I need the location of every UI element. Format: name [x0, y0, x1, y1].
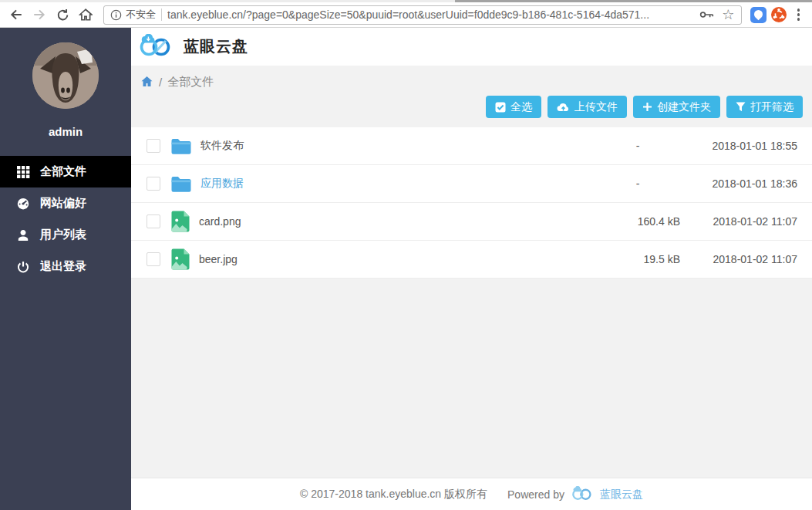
file-size: -: [595, 140, 680, 152]
file-size: 19.5 kB: [595, 253, 680, 265]
power-icon: [16, 260, 30, 274]
ubuntu-extension-icon[interactable]: [770, 6, 788, 24]
table-row: 软件发布 - 2018-01-01 18:55: [131, 127, 812, 165]
file-name[interactable]: card.png: [199, 215, 595, 228]
sidebar-item-label: 全部文件: [40, 164, 86, 179]
image-file-icon: [171, 248, 190, 270]
file-size: -: [595, 177, 680, 190]
table-row: beer.jpg 19.5 kB 2018-01-02 11:07: [131, 241, 812, 279]
grid-icon: [16, 165, 30, 179]
folder-icon: [171, 138, 191, 154]
main-area: 蓝眼云盘 / 全部文件 全选 上传文件: [131, 28, 812, 510]
file-size: 160.4 kB: [595, 215, 680, 228]
copyright-text: © 2017-2018 tank.eyeblue.cn 版权所有: [300, 488, 487, 502]
key-icon[interactable]: [699, 9, 715, 20]
file-date: 2018-01-02 11:07: [680, 253, 797, 265]
footer-brand-link[interactable]: 蓝眼云盘: [600, 488, 643, 502]
content-spacer: [131, 279, 812, 478]
row-checkbox[interactable]: [147, 252, 160, 266]
powered-by-text: Powered by: [507, 488, 564, 501]
plus-icon: [642, 102, 652, 112]
table-row: 应用数据 - 2018-01-01 18:36: [131, 165, 812, 203]
row-checkbox[interactable]: [147, 139, 160, 153]
username: admin: [0, 125, 131, 138]
folder-icon: [171, 176, 191, 192]
sidebar-item-all-files[interactable]: 全部文件: [0, 156, 131, 187]
breadcrumb-separator: /: [159, 76, 162, 89]
refresh-icon[interactable]: [52, 5, 72, 25]
sidebar-item-user-list[interactable]: 用户列表: [0, 219, 131, 251]
image-file-icon: [171, 211, 190, 232]
gauge-icon: [16, 197, 30, 211]
create-folder-button[interactable]: 创建文件夹: [633, 96, 720, 118]
footer: © 2017-2018 tank.eyeblue.cn 版权所有 Powered…: [131, 478, 812, 510]
cloud-upload-icon: [557, 102, 570, 112]
row-checkbox[interactable]: [147, 177, 160, 191]
blue-extension-icon[interactable]: [750, 6, 767, 24]
sidebar-item-logout[interactable]: 退出登录: [0, 251, 131, 282]
file-date: 2018-01-01 18:55: [680, 140, 797, 152]
sidebar-menu: 全部文件 网站偏好 用户列表 退出登录: [0, 156, 131, 282]
forward-icon[interactable]: [29, 5, 49, 25]
row-checkbox[interactable]: [147, 214, 160, 228]
open-filter-button[interactable]: 打开筛选: [726, 96, 803, 118]
address-bar[interactable]: 不安全 tank.eyeblue.cn/?page=0&pageSize=50&…: [103, 5, 742, 25]
upload-file-button[interactable]: 上传文件: [548, 96, 627, 118]
sidebar-item-label: 网站偏好: [40, 196, 86, 211]
file-name[interactable]: 应用数据: [200, 177, 595, 191]
footer-logo: [571, 486, 594, 503]
file-list: 软件发布 - 2018-01-01 18:55 应用数据 - 2018-01-0…: [131, 127, 812, 279]
info-icon: [110, 9, 122, 21]
app-header: 蓝眼云盘: [131, 28, 812, 66]
omnibox-divider: [161, 8, 162, 21]
table-row: card.png 160.4 kB 2018-01-02 11:07: [131, 203, 812, 241]
app-logo[interactable]: [138, 34, 174, 60]
breadcrumb-current[interactable]: 全部文件: [167, 75, 214, 90]
file-name[interactable]: 软件发布: [200, 139, 595, 153]
sidebar: admin 全部文件 网站偏好 用户列表: [0, 28, 131, 510]
bookmark-star-icon[interactable]: ☆: [722, 8, 734, 22]
select-all-button[interactable]: 全选: [486, 96, 541, 118]
sidebar-item-label: 用户列表: [40, 228, 86, 242]
user-icon: [16, 228, 30, 242]
browser-toolbar: 不安全 tank.eyeblue.cn/?page=0&pageSize=50&…: [0, 2, 812, 28]
sidebar-item-site-preferences[interactable]: 网站偏好: [0, 187, 131, 219]
sidebar-item-label: 退出登录: [40, 259, 86, 274]
file-date: 2018-01-01 18:36: [680, 177, 797, 190]
breadcrumb: / 全部文件: [140, 74, 812, 90]
home-icon[interactable]: [140, 76, 153, 88]
checkbox-icon: [495, 102, 506, 113]
security-label[interactable]: 不安全: [110, 8, 156, 22]
filter-icon: [736, 102, 746, 112]
back-icon[interactable]: [6, 5, 26, 25]
app-title: 蓝眼云盘: [184, 36, 248, 57]
file-date: 2018-01-02 11:07: [680, 215, 797, 228]
action-buttons: 全选 上传文件 创建文件夹 打开筛选: [131, 96, 803, 118]
avatar[interactable]: [32, 42, 99, 109]
file-name[interactable]: beer.jpg: [199, 253, 595, 265]
url-text[interactable]: tank.eyeblue.cn/?page=0&pageSize=50&puui…: [167, 8, 694, 21]
browser-menu-icon[interactable]: [791, 8, 807, 21]
home-icon[interactable]: [76, 5, 96, 25]
